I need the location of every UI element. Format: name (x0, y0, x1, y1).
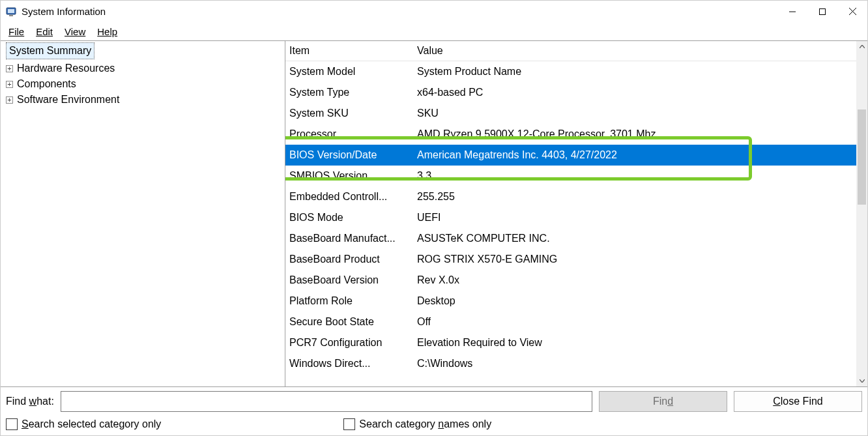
row-item-label: System SKU (285, 108, 414, 119)
table-row[interactable]: BIOS ModeUEFI (285, 207, 856, 228)
row-item-label: BIOS Version/Date (285, 149, 414, 161)
expand-icon[interactable]: + (6, 65, 13, 72)
row-value: Rev X.0x (414, 274, 719, 286)
table-row[interactable]: BIOS Version/DateAmerican Megatrends Inc… (285, 145, 856, 166)
system-information-window: System Information File Edit View Help S… (0, 0, 868, 436)
menu-file[interactable]: File (3, 25, 29, 38)
menu-view[interactable]: View (59, 25, 91, 38)
tree-item-label: Hardware Resources (17, 63, 115, 74)
row-value: 255.255 (414, 191, 719, 203)
svg-rect-1 (8, 9, 14, 13)
find-what-input[interactable] (61, 391, 592, 412)
row-item-label: Processor (285, 128, 414, 140)
tree-root-system-summary[interactable]: System Summary (6, 42, 94, 59)
search-selected-category-only-checkbox[interactable]: Search selected category only (6, 418, 161, 430)
body: System Summary +Hardware Resources+Compo… (1, 40, 867, 387)
table-row[interactable]: Platform RoleDesktop (285, 291, 856, 312)
row-value: UEFI (414, 212, 719, 224)
table-row[interactable]: System SKUSKU (285, 103, 856, 124)
row-item-label: BIOS Mode (285, 212, 414, 224)
row-item-label: Secure Boot State (285, 316, 414, 328)
list-pane: Item Value System ModelSystem Product Na… (285, 41, 867, 386)
row-value: ASUSTeK COMPUTER INC. (414, 233, 719, 244)
table-row[interactable]: Secure Boot StateOff (285, 312, 856, 332)
table-row[interactable]: Embedded Controll...255.255 (285, 186, 856, 207)
column-header-item[interactable]: Item (285, 45, 414, 57)
row-value: AMD Ryzen 9 5900X 12-Core Processor, 370… (414, 128, 719, 140)
row-value: SKU (414, 108, 719, 119)
row-value: 3.3 (414, 170, 719, 182)
table-row[interactable]: BaseBoard Manufact...ASUSTeK COMPUTER IN… (285, 228, 856, 249)
app-icon (6, 7, 16, 17)
window-title: System Information (22, 6, 106, 17)
tree-item-label: Software Environment (17, 94, 119, 106)
row-value: x64-based PC (414, 87, 719, 98)
table-row[interactable]: PCR7 ConfigurationElevation Required to … (285, 332, 856, 353)
menu-edit[interactable]: Edit (31, 25, 58, 38)
close-button[interactable] (837, 1, 867, 22)
tree-item[interactable]: +Software Environment (6, 92, 285, 108)
row-value: Elevation Required to View (414, 337, 719, 349)
row-item-label: Platform Role (285, 295, 414, 307)
find-panel: Find what: Find Close Find Search select… (1, 387, 867, 435)
row-value: C:\Windows (414, 358, 719, 370)
close-find-button[interactable]: Close Find (734, 391, 862, 412)
table-row[interactable]: System ModelSystem Product Name (285, 61, 856, 82)
tree-item[interactable]: +Components (6, 76, 285, 92)
row-value: ROG STRIX X570-E GAMING (414, 254, 719, 265)
row-item-label: BaseBoard Version (285, 274, 414, 286)
maximize-button[interactable] (807, 1, 837, 22)
row-value: American Megatrends Inc. 4403, 4/27/2022 (414, 149, 719, 161)
title-bar: System Information (1, 1, 867, 22)
expand-icon[interactable]: + (6, 81, 13, 88)
row-item-label: SMBIOS Version (285, 170, 414, 182)
expand-icon[interactable]: + (6, 96, 13, 104)
menu-help[interactable]: Help (92, 25, 123, 38)
scroll-track[interactable] (856, 52, 867, 375)
row-item-label: Embedded Controll... (285, 191, 414, 203)
list-header: Item Value (285, 41, 856, 61)
row-value: Desktop (414, 295, 719, 307)
svg-rect-2 (9, 15, 13, 16)
scroll-thumb[interactable] (858, 109, 866, 205)
column-header-value[interactable]: Value (414, 45, 856, 57)
table-row[interactable]: BaseBoard VersionRev X.0x (285, 270, 856, 291)
scroll-up-icon[interactable] (856, 41, 867, 52)
find-button[interactable]: Find (599, 391, 727, 412)
table-row[interactable]: System Typex64-based PC (285, 82, 856, 103)
scroll-down-icon[interactable] (856, 375, 867, 386)
table-row[interactable]: SMBIOS Version3.3 (285, 166, 856, 186)
row-item-label: System Type (285, 87, 414, 98)
checkbox-icon (343, 418, 355, 430)
row-item-label: BaseBoard Manufact... (285, 233, 414, 244)
find-what-label: Find what: (6, 396, 54, 407)
tree-pane: System Summary +Hardware Resources+Compo… (1, 41, 285, 386)
table-row[interactable]: BaseBoard ProductROG STRIX X570-E GAMING (285, 249, 856, 270)
tree-item[interactable]: +Hardware Resources (6, 61, 285, 76)
row-item-label: System Model (285, 66, 414, 78)
table-row[interactable]: ProcessorAMD Ryzen 9 5900X 12-Core Proce… (285, 124, 856, 145)
row-value: Off (414, 316, 719, 328)
row-value: System Product Name (414, 66, 719, 78)
list-rows: System ModelSystem Product NameSystem Ty… (285, 61, 856, 374)
svg-rect-4 (820, 8, 826, 14)
minimize-button[interactable] (777, 1, 807, 22)
tree-item-label: Components (17, 78, 76, 90)
row-item-label: PCR7 Configuration (285, 337, 414, 349)
table-row[interactable]: Windows Direct...C:\Windows (285, 353, 856, 374)
search-category-names-only-checkbox[interactable]: Search category names only (343, 418, 491, 430)
list-table: Item Value System ModelSystem Product Na… (285, 41, 856, 386)
menu-bar: File Edit View Help (1, 22, 867, 40)
row-item-label: Windows Direct... (285, 358, 414, 370)
checkbox-icon (6, 418, 18, 430)
row-item-label: BaseBoard Product (285, 254, 414, 265)
vertical-scrollbar[interactable] (856, 41, 867, 386)
